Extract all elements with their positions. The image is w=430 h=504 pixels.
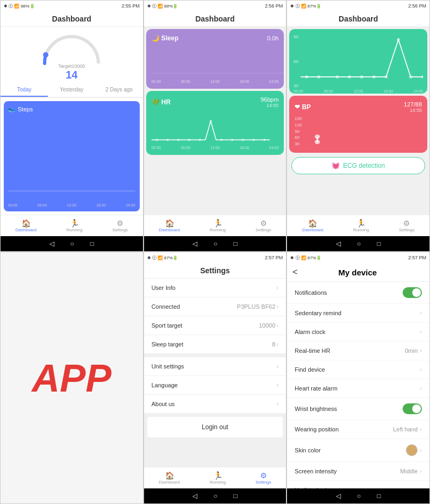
settings-row-aboutus[interactable]: About us › <box>144 395 286 414</box>
status-bar-2: ✱ ⓣ 📶 88%🔋 2:56 PM <box>144 1 286 11</box>
nav-running-3[interactable]: 🏃 Running <box>353 219 369 232</box>
home-btn-5[interactable]: ○ <box>357 492 361 500</box>
svg-point-16 <box>336 75 339 79</box>
hr-alarm-label: Heart rate alarm <box>295 385 337 392</box>
realtime-hr-label: Real-time HR <box>295 347 330 354</box>
sleep-label: Sleep target <box>152 341 183 347</box>
back-btn-3[interactable]: ◁ <box>336 240 341 247</box>
status-right-2: 2:56 PM <box>265 3 283 9</box>
nav-settings-1[interactable]: ⚙ Settings <box>112 219 128 232</box>
nav-running-4[interactable]: 🏃 Running <box>210 471 226 485</box>
settings-icon-1: ⚙ <box>117 219 124 228</box>
back-btn-1[interactable]: ◁ <box>49 240 54 247</box>
sleep-value: 0.0h <box>267 35 278 41</box>
hr-chart <box>152 110 270 143</box>
mydevice-back-button[interactable]: < <box>292 267 297 277</box>
tab-today[interactable]: Today <box>1 83 48 97</box>
screen-dashboard-steps: ✱ ⓣ 📶 88%🔋 2:55 PM Dashboard Target10000… <box>0 0 144 252</box>
recent-btn-4[interactable]: □ <box>234 492 238 500</box>
tab-yesterday[interactable]: Yesterday <box>48 83 95 97</box>
nav-dashboard-3[interactable]: 🏠 Dashboard <box>302 219 323 232</box>
sleep-chart <box>152 44 286 76</box>
aboutus-label: About us <box>152 401 175 407</box>
device-row-wearing-position[interactable]: Wearing position Left hand › <box>287 420 429 439</box>
home-btn-4[interactable]: ○ <box>213 492 217 500</box>
tab-2days[interactable]: 2 Days ago <box>95 83 142 97</box>
status-right-3: 2:56 PM <box>408 3 426 9</box>
sedentary-label: Sedentary remind <box>295 310 341 316</box>
language-chevron: › <box>276 381 278 389</box>
svg-point-8 <box>210 120 212 122</box>
nav-settings-3[interactable]: ⚙ Settings <box>399 219 414 232</box>
screen4-title: Settings <box>144 263 286 279</box>
home-btn-3[interactable]: ○ <box>357 240 361 247</box>
svg-point-23 <box>421 75 423 79</box>
nav-running-1[interactable]: 🏃 Running <box>67 219 83 232</box>
back-btn-4[interactable]: ◁ <box>192 492 197 500</box>
android-nav-1: ◁ ○ □ <box>1 236 143 251</box>
recent-btn-5[interactable]: □ <box>377 492 381 500</box>
screen-dashboard-bp-ecg: ✱ ⓣ 📶 87%🔋 2:56 PM Dashboard 906030 <box>286 0 430 252</box>
status-left-2: ✱ ⓣ 📶 88%🔋 <box>147 3 178 9</box>
wearing-position-chevron: › <box>420 425 422 433</box>
nav-running-2[interactable]: 🏃 Running <box>210 219 226 232</box>
device-row-undisturbed[interactable]: Undisturbed › <box>287 481 429 488</box>
nav-settings-2[interactable]: ⚙ Settings <box>256 219 271 232</box>
recent-btn-2[interactable]: □ <box>234 240 238 247</box>
svg-point-5 <box>177 139 180 141</box>
device-row-sedentary[interactable]: Sedentary remind › <box>287 304 429 323</box>
settings-row-userinfo[interactable]: User Info › <box>144 279 286 297</box>
device-row-screen-intensity[interactable]: Screen intensity Middle › <box>287 462 429 481</box>
bp-card: ❤ BP 127/88 14:55 150120906030 <box>289 96 427 153</box>
device-row-skin-color[interactable]: Skin color › <box>287 439 429 462</box>
wearing-position-value: Left hand <box>393 426 418 432</box>
ecg-detection-button[interactable]: 💓 ECG detection <box>291 157 425 174</box>
language-label: Language <box>152 382 178 388</box>
find-device-chevron: › <box>420 366 422 373</box>
settings-row-units[interactable]: Unit settings › <box>144 357 286 376</box>
sleep-card-title: 🌙 Sleep <box>152 34 178 42</box>
running-icon-2: 🏃 <box>213 219 223 228</box>
nav-dashboard-2[interactable]: 🏠 Dashboard <box>159 219 180 232</box>
svg-point-20 <box>385 75 388 79</box>
skin-color-swatch[interactable] <box>406 444 418 456</box>
device-row-find-device[interactable]: Find device › <box>287 360 429 379</box>
steps-chart <box>8 112 135 202</box>
logout-button[interactable]: Login out <box>147 417 283 437</box>
bottom-nav-3: 🏠 Dashboard 🏃 Running ⚙ Settings <box>287 215 429 236</box>
android-nav-3: ◁ ○ □ <box>287 236 429 251</box>
sleep-target-value: 8 <box>272 341 275 347</box>
settings-row-language[interactable]: Language › <box>144 376 286 395</box>
notifications-toggle[interactable] <box>403 287 422 298</box>
bottom-nav-1: 🏠 Dashboard 🏃 Running ⚙ Settings <box>1 215 143 236</box>
screen-settings: ✱ ⓣ 📶 87%🔋 2:57 PM Settings User Info › … <box>144 252 287 504</box>
bp-icon: ❤ <box>295 103 300 111</box>
settings-icon-2: ⚙ <box>260 219 267 228</box>
wrist-brightness-toggle[interactable] <box>403 403 422 414</box>
dashboard-icon-3: 🏠 <box>308 219 317 228</box>
recent-btn-1[interactable]: □ <box>90 240 94 247</box>
device-row-hr-alarm[interactable]: Heart rate alarm › <box>287 379 429 398</box>
recent-btn-3[interactable]: □ <box>377 240 381 247</box>
connected-label: Connected <box>152 303 180 310</box>
settings-row-connected[interactable]: Connected P3PLUS BF62 › <box>144 297 286 316</box>
settings-row-sport[interactable]: Sport target 10000 › <box>144 316 286 335</box>
nav-settings-4[interactable]: ⚙ Settings <box>256 471 271 485</box>
dashboard-icon-2: 🏠 <box>165 219 174 228</box>
screen2-title: Dashboard <box>144 11 286 27</box>
device-row-notifications[interactable]: Notifications <box>287 282 429 304</box>
home-btn-1[interactable]: ○ <box>70 240 74 247</box>
target-label: Target10000 <box>58 63 85 69</box>
device-row-wrist-brightness[interactable]: Wrist brightness <box>287 398 429 420</box>
device-row-realtime-hr[interactable]: Real-time HR 0min › <box>287 342 429 360</box>
nav-dashboard-1[interactable]: 🏠 Dashboard <box>16 219 37 232</box>
units-chevron: › <box>276 363 278 370</box>
settings-icon-4: ⚙ <box>260 471 267 480</box>
device-row-alarm[interactable]: Alarm clock › <box>287 323 429 342</box>
mydevice-title: My device <box>302 268 413 277</box>
back-btn-5[interactable]: ◁ <box>336 492 341 500</box>
back-btn-2[interactable]: ◁ <box>192 240 197 247</box>
home-btn-2[interactable]: ○ <box>213 240 217 247</box>
nav-dashboard-4[interactable]: 🏠 Dashboard <box>159 471 180 485</box>
settings-row-sleep[interactable]: Sleep target 8 › <box>144 335 286 354</box>
